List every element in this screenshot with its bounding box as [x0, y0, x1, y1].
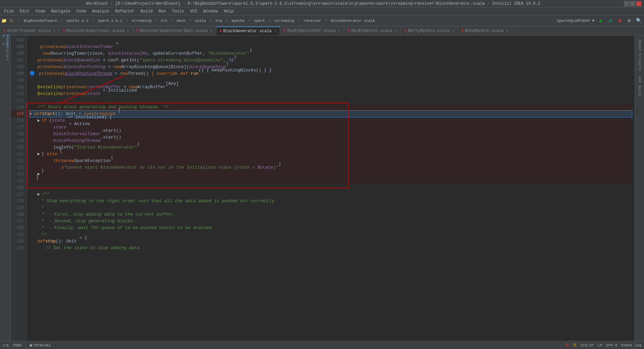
run-button[interactable]: ▶ — [597, 17, 605, 25]
stop-button[interactable]: ■ — [616, 17, 624, 25]
toolbar-path-streaming2[interactable]: streaming — [272, 18, 296, 23]
left-sidebar: 1: Project 2: Structure — [0, 36, 11, 341]
code-line-135: // Set the state to stop adding data — [30, 245, 632, 251]
menu-file[interactable]: File — [1, 8, 16, 14]
title-text: WordCount - [D:\IdeaProjects\WordCount] … — [3, 1, 624, 6]
code-line-128: * Stop everything in the right order suc… — [30, 198, 632, 205]
code-line-133: */ — [30, 231, 632, 238]
tab-rpcendpoint-close[interactable]: × — [395, 29, 397, 33]
tab-eivertracker[interactable]: S eIverTracker.scala × — [0, 26, 59, 35]
tab-receiversupervisorimpl[interactable]: S ReceiverSupervisorImpl.scala × — [133, 26, 216, 35]
status-right: S 英 115:37 LF UTF-8 Event Log — [566, 343, 641, 348]
code-line-106: new RecurringTimer(clock, blockIntervalM… — [30, 50, 632, 57]
tab-receiversupervisorimpl-close[interactable]: × — [210, 29, 213, 33]
menu-window[interactable]: Window — [201, 8, 220, 14]
scala-icon-6: S — [347, 28, 350, 33]
toolbar-path-streaming[interactable]: streaming — [129, 18, 153, 23]
terminal-label: Terminal — [33, 343, 51, 347]
menu-tools[interactable]: Tools — [169, 8, 187, 14]
code-editor[interactable]: 104 105 106 107 108 109 110 111 112 113 … — [11, 36, 635, 341]
menu-refactor[interactable]: Refactor — [112, 8, 137, 14]
toolbar-path-receiver[interactable]: receiver — [302, 18, 323, 23]
toolbar-path-main[interactable]: main — [175, 18, 187, 23]
title-bar: WordCount - [D:\IdeaProjects\WordCount] … — [0, 0, 644, 7]
toolbar-spark-udf[interactable]: SparkSQLUDFUDAF ▼ — [555, 19, 596, 23]
status-position: 115:37 — [581, 343, 594, 347]
menu-navigate[interactable]: Navigate — [48, 8, 73, 14]
code-line-120: logInfo("Started BlockGenerator") — [30, 144, 632, 151]
code-line-107: private val blockQueueSize = conf.getInt… — [30, 57, 632, 64]
scala-icon-8: S — [461, 28, 464, 33]
status-terminal[interactable]: ▣ Terminal — [30, 343, 51, 347]
tab-eivertracker-close[interactable]: × — [53, 29, 56, 33]
menu-analyze[interactable]: Analyze — [90, 8, 112, 14]
tab-rpcendpointref[interactable]: S RpcEndpointRef.scala × — [280, 26, 344, 35]
tab-eivertracker-label: eIverTracker.scala — [7, 28, 51, 33]
toolbar-path-file[interactable]: BlockGenerator.scala — [329, 18, 377, 23]
menu-edit[interactable]: Edit — [17, 8, 32, 14]
menu-help[interactable]: Help — [221, 8, 236, 14]
file-tabs: S eIverTracker.scala × S ReceiverSupervi… — [0, 26, 644, 36]
close-button[interactable]: ✕ — [636, 1, 641, 6]
tab-rpcendpointref-close[interactable]: × — [338, 29, 341, 33]
tab-receiversupervisor-close[interactable]: × — [127, 29, 129, 33]
toolbar-path-apache[interactable]: apache — [229, 18, 247, 23]
right-sidebar: Maven Projects Ant Build — [635, 36, 644, 341]
tab-nettyrpcenv[interactable]: S NettyRpcEnv.scala × — [401, 26, 458, 35]
code-line-109: 🔵 private val blockPushingThread = new T… — [30, 70, 632, 77]
status-bar: ☑ 6: TODO ▣ Terminal S 英 115:37 LF UTF-8… — [0, 341, 644, 349]
tab-akkarpcenv[interactable]: S AkkaRpcEnv.scala × — [458, 26, 512, 35]
sidebar-icon-2[interactable]: 2: Structure — [1, 47, 10, 56]
toolbar-path-scala[interactable]: scala — [193, 18, 208, 23]
toolbar-path-spark2[interactable]: spark-1.6.1 — [96, 18, 124, 23]
scala-icon-5: S — [283, 28, 286, 33]
maximize-button[interactable]: □ — [630, 1, 635, 6]
ant-build[interactable]: Ant Build — [636, 74, 643, 99]
code-line-125: } — [30, 178, 632, 184]
menu-view[interactable]: View — [33, 8, 48, 14]
menu-build[interactable]: Build — [138, 8, 155, 14]
toolbar-path-spark[interactable]: spark1.6.1 — [64, 18, 91, 23]
menu-vcs[interactable]: VCS — [187, 8, 200, 14]
scala-icon-3: S — [136, 28, 139, 33]
minimize-button[interactable]: ─ — [624, 1, 629, 6]
code-line-127: ▶/** — [30, 191, 632, 198]
tab-blockgenerator[interactable]: ● BlockGenerator.scala × — [216, 26, 280, 35]
settings-button[interactable]: ⚙ — [625, 17, 633, 25]
tab-rpcendpoint-label: RpcEndpoint.scala — [351, 28, 392, 33]
tab-nettyrpcenv-label: NettyRpcEnv.scala — [408, 28, 449, 33]
status-lf: LF — [598, 343, 602, 347]
status-left: ☑ 6: TODO ▣ Terminal — [3, 342, 51, 349]
toolbar-path-bigdata[interactable]: BigDataSoftware — [22, 18, 59, 23]
tab-blockgenerator-close[interactable]: × — [274, 29, 277, 33]
status-todo[interactable]: ☑ 6: TODO — [3, 343, 21, 347]
todo-label: 6: TODO — [6, 343, 21, 347]
menu-code[interactable]: Code — [74, 8, 89, 14]
toolbar-path-spark3[interactable]: spark — [252, 18, 267, 23]
terminal-icon: ▣ — [30, 343, 32, 347]
toolbar-path-d[interactable]: D: — [8, 18, 16, 23]
tab-rpcendpoint[interactable]: S RpcEndpoint.scala × — [344, 26, 401, 35]
editor-area[interactable]: 104 105 106 107 108 109 110 111 112 113 … — [11, 36, 635, 341]
tab-nettyrpcenv-close[interactable]: × — [452, 29, 454, 33]
toolbar-path-src[interactable]: src — [159, 18, 169, 23]
search-button[interactable]: 🔍 — [635, 17, 643, 25]
toolbar-path-org[interactable]: org — [213, 18, 224, 23]
code-content[interactable]: private val blockIntervalTimer = new Rec… — [27, 36, 635, 341]
tab-akkarpcenv-close[interactable]: × — [506, 29, 508, 33]
debug-button[interactable]: ⚙ — [606, 17, 614, 25]
code-line-131: * - Second, stop generating blocks. — [30, 218, 632, 225]
code-line-119: blockPushingThread.start() — [30, 137, 632, 144]
status-lang-icons: 英 — [573, 343, 577, 348]
window-controls[interactable]: ─ □ ✕ — [624, 1, 641, 6]
todo-icon: ☑ — [3, 343, 5, 347]
status-eventlog[interactable]: Event Log — [622, 343, 641, 347]
lang-icon: 英 — [573, 343, 577, 348]
menu-run[interactable]: Run — [156, 8, 169, 14]
scala-icon-7: S — [404, 28, 407, 33]
scala-icon: S — [3, 28, 6, 33]
tab-akkarpcenv-label: AkkaRpcEnv.scala — [465, 28, 503, 33]
tab-receiversupervisor[interactable]: S ReceiverSupervisor.scala × — [59, 26, 133, 35]
menu-bar: File Edit View Navigate Code Analyze Ref… — [0, 7, 644, 15]
maven-projects[interactable]: Maven Projects — [636, 37, 643, 73]
